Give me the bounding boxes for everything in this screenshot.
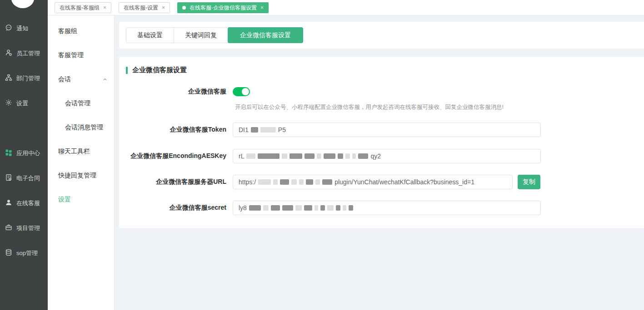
secret-label: 企业微信客服secret (119, 204, 226, 212)
logo (11, 0, 34, 8)
menu-item-label: 会话 (58, 75, 71, 84)
tab-online-service-settings[interactable]: 在线客服-设置 × (119, 2, 170, 13)
e-contract-icon (5, 174, 12, 182)
menu-item-quick-reply[interactable]: 快捷回复管理 (48, 163, 114, 187)
close-icon[interactable]: × (260, 5, 264, 10)
copy-button[interactable]: 复制 (518, 175, 540, 189)
sidebar-item-app-center[interactable]: 应用中心 (0, 141, 48, 166)
content-tabs-card: 基础设置 关键词回复 企业微信客服设置 (119, 22, 644, 49)
menu-item-label: 会话消息管理 (65, 123, 103, 132)
secret-row: 企业微信客服secret ly8 (119, 201, 541, 215)
notification-icon (5, 24, 12, 33)
secondary-nav: 客服组 客服管理 会话 会话管理 会话消息管理 聊天工具栏 快捷回复管理 (48, 15, 114, 212)
redacted-value (249, 205, 353, 211)
sidebar-item-e-contract[interactable]: 电子合同 (0, 166, 48, 191)
menu-item-session[interactable]: 会话 (48, 67, 114, 91)
toggle-row: 企业微信客服 (119, 84, 250, 99)
value-prefix: https:/ (239, 178, 256, 186)
sidebar-item-label: 电子合同 (16, 174, 40, 182)
value-prefix: rL (239, 153, 244, 160)
sidebar-item-label: 通知 (16, 25, 28, 33)
primary-nav: 通知 员工管理 (0, 16, 48, 266)
menu-item-label: 客服管理 (58, 51, 84, 59)
sidebar-item-settings[interactable]: 设置 (0, 91, 48, 116)
aeskey-input[interactable]: rL qy2 (233, 149, 541, 163)
token-input[interactable]: DI1 P5 (233, 123, 541, 137)
app-window: 在线客服-客服组 × 在线客服-设置 × 在线客服-企业微信客服设置 × (0, 0, 644, 310)
server-url-row: 企业微信客服服务器URL https:/ plugin/YunChat/wech… (119, 175, 540, 189)
menu-item-service-group[interactable]: 客服组 (48, 19, 114, 43)
aeskey-label: 企业微信客服EncondingAESKey (119, 152, 226, 160)
aeskey-row: 企业微信客服EncondingAESKey rL qy2 (119, 149, 541, 163)
tab-label: 基础设置 (137, 31, 163, 39)
sidebar-item-sop[interactable]: sop管理 (0, 241, 48, 266)
redacted-value (258, 179, 332, 185)
sidebar-item-label: 应用中心 (16, 149, 40, 157)
redacted-value (251, 127, 276, 133)
value-suffix: qy2 (370, 153, 381, 160)
open-tabs: 在线客服-客服组 × 在线客服-设置 × 在线客服-企业微信客服设置 × (55, 2, 269, 13)
menu-item-session-message-management[interactable]: 会话消息管理 (48, 115, 114, 139)
tab-keyword-reply[interactable]: 关键词回复 (174, 28, 228, 43)
menu-item-label: 聊天工具栏 (58, 148, 90, 156)
active-dot-icon (182, 6, 186, 10)
sop-database-icon (5, 249, 12, 257)
menu-item-session-management[interactable]: 会话管理 (48, 91, 114, 115)
project-icon (5, 224, 12, 232)
sidebar-item-label: sop管理 (16, 249, 38, 257)
online-service-icon (5, 199, 12, 207)
tab-online-service-group[interactable]: 在线客服-客服组 × (55, 2, 111, 13)
sidebar-item-label: 在线客服 (16, 199, 40, 207)
redacted-value (246, 153, 368, 159)
section-title: 企业微信客服设置 (132, 66, 187, 74)
token-row: 企业微信客服Token DI1 P5 (119, 123, 541, 137)
secondary-sidebar: 客服组 客服管理 会话 会话管理 会话消息管理 聊天工具栏 快捷回复管理 (48, 15, 115, 310)
sidebar-item-label: 设置 (16, 99, 28, 108)
close-icon[interactable]: × (103, 5, 106, 10)
settings-form-card: 企业微信客服设置 企业微信客服 开启后可以在公众号、小程序端配置企业微信客服，用… (119, 57, 644, 228)
chevron-up-icon[interactable] (102, 77, 108, 82)
settings-gear-icon (5, 99, 12, 108)
menu-item-label: 快捷回复管理 (58, 172, 96, 180)
toggle-help-text: 开启后可以在公众号、小程序端配置企业微信客服，用户发起咨询在线客服可接收、回复企… (235, 103, 504, 111)
sidebar-item-label: 部门管理 (16, 74, 40, 83)
sidebar-item-label: 员工管理 (16, 49, 40, 58)
wecom-service-toggle[interactable] (233, 87, 250, 96)
menu-item-label: 客服组 (58, 27, 77, 35)
toggle-knob (242, 88, 249, 95)
tab-label: 在线客服-客服组 (60, 4, 100, 12)
tab-wecom-service-settings[interactable]: 在线客服-企业微信客服设置 × (177, 2, 269, 13)
sidebar-group-spacer (0, 116, 48, 141)
tab-label: 关键词回复 (185, 31, 217, 39)
value-suffix: plugin/YunChat/wechatKfCallback?business… (334, 178, 474, 186)
sidebar-item-notifications[interactable]: 通知 (0, 16, 48, 41)
toggle-label: 企业微信客服 (119, 88, 226, 96)
tab-label: 在线客服-企业微信客服设置 (190, 4, 257, 12)
menu-item-service-management[interactable]: 客服管理 (48, 43, 114, 67)
sidebar-item-projects[interactable]: 项目管理 (0, 216, 48, 241)
server-url-label: 企业微信客服服务器URL (119, 178, 226, 186)
settings-tab-group: 基础设置 关键词回复 企业微信客服设置 (126, 27, 303, 43)
value-suffix: P5 (278, 126, 286, 133)
menu-item-chat-toolbar[interactable]: 聊天工具栏 (48, 139, 114, 163)
close-icon[interactable]: × (162, 5, 165, 10)
tab-label: 在线客服-设置 (124, 4, 158, 12)
tab-wecom-service[interactable]: 企业微信客服设置 (228, 27, 303, 43)
menu-item-label: 会话管理 (65, 99, 90, 108)
server-url-input[interactable]: https:/ plugin/YunChat/wechatKfCallback?… (233, 175, 513, 189)
secret-input[interactable]: ly8 (233, 201, 541, 215)
sidebar-item-departments[interactable]: 部门管理 (0, 66, 48, 91)
sidebar-item-online-service[interactable]: 在线客服 (0, 191, 48, 216)
sidebar-item-label: 项目管理 (16, 224, 40, 232)
menu-item-settings[interactable]: 设置 (48, 187, 114, 212)
employee-icon (5, 49, 12, 58)
primary-sidebar: 通知 员工管理 (0, 0, 48, 310)
app-center-icon (5, 149, 12, 157)
open-tabs-bar: 在线客服-客服组 × 在线客服-设置 × 在线客服-企业微信客服设置 × (48, 0, 644, 15)
token-label: 企业微信客服Token (119, 126, 226, 134)
value-prefix: ly8 (239, 204, 247, 212)
tab-label: 企业微信客服设置 (240, 31, 291, 39)
tab-basic-settings[interactable]: 基础设置 (126, 28, 174, 43)
sidebar-item-employees[interactable]: 员工管理 (0, 41, 48, 66)
section-accent-bar (126, 67, 128, 74)
